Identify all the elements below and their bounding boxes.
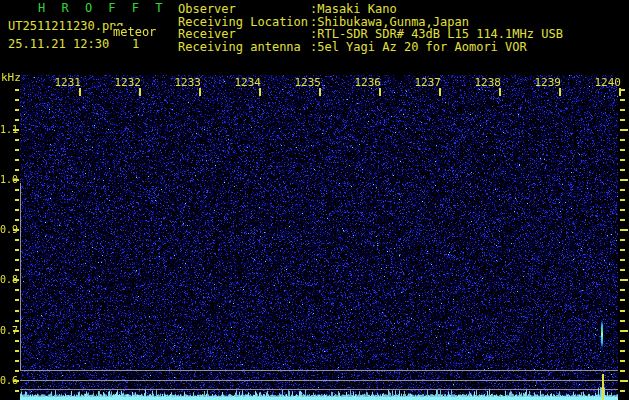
- y-axis-unit: kHz: [1, 71, 21, 84]
- spectrogram-canvas: [20, 75, 618, 400]
- mode-label: meteor: [112, 26, 156, 39]
- info-label: Receiving antenna: [178, 40, 301, 54]
- info-row: Receiving antenna:5el Yagi Az 20 for Aom…: [178, 41, 301, 54]
- info-value: :5el Yagi Az 20 for Aomori VOR: [310, 41, 527, 54]
- hrofft-screen: H R O F F T UT2511211230.png meteor 25.1…: [0, 0, 629, 400]
